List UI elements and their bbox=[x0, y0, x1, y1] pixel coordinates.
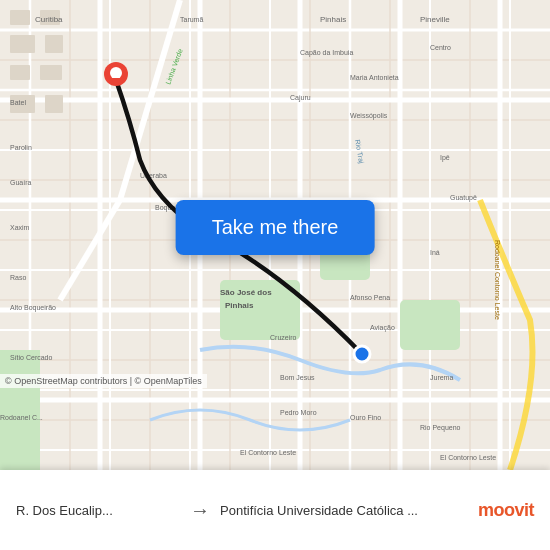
svg-text:Ipê: Ipê bbox=[440, 154, 450, 162]
svg-text:Pineville: Pineville bbox=[420, 15, 450, 24]
svg-text:Guaíra: Guaíra bbox=[10, 179, 32, 186]
location-info: R. Dos Eucalip... → Pontifícia Universid… bbox=[16, 499, 466, 522]
moovit-logo: moovit bbox=[478, 500, 534, 521]
svg-text:Ouro Fino: Ouro Fino bbox=[350, 414, 381, 421]
svg-text:Centro: Centro bbox=[430, 44, 451, 51]
svg-text:Bom Jesus: Bom Jesus bbox=[280, 374, 315, 381]
svg-text:El Contorno Leste: El Contorno Leste bbox=[440, 454, 496, 461]
bottom-bar: R. Dos Eucalip... → Pontifícia Universid… bbox=[0, 470, 550, 550]
svg-text:Rio Pequeno: Rio Pequeno bbox=[420, 424, 461, 432]
svg-text:Rodoanel Contorno Leste: Rodoanel Contorno Leste bbox=[494, 240, 501, 320]
svg-text:Cruzeiro: Cruzeiro bbox=[270, 334, 297, 341]
svg-rect-51 bbox=[45, 95, 63, 113]
svg-text:Pedro Moro: Pedro Moro bbox=[280, 409, 317, 416]
svg-rect-44 bbox=[10, 10, 30, 25]
svg-text:Weissópolis: Weissópolis bbox=[350, 112, 388, 120]
svg-text:São José dos: São José dos bbox=[220, 288, 272, 297]
svg-text:Iná: Iná bbox=[430, 249, 440, 256]
svg-text:Parolin: Parolin bbox=[10, 144, 32, 151]
svg-rect-46 bbox=[10, 35, 35, 53]
svg-rect-42 bbox=[400, 300, 460, 350]
svg-text:Rodoanel C...: Rodoanel C... bbox=[0, 414, 43, 421]
svg-text:Pinhais: Pinhais bbox=[225, 301, 254, 310]
svg-text:Aviação: Aviação bbox=[370, 324, 395, 332]
svg-text:El Contorno Leste: El Contorno Leste bbox=[240, 449, 296, 456]
to-location: Pontifícia Universidade Católica ... bbox=[220, 503, 466, 518]
svg-text:Alto Boqueirão: Alto Boqueirão bbox=[10, 304, 56, 312]
take-me-there-button[interactable]: Take me there bbox=[176, 200, 375, 255]
svg-text:Maria Antonieta: Maria Antonieta bbox=[350, 74, 399, 81]
svg-text:Xaxim: Xaxim bbox=[10, 224, 30, 231]
svg-text:Tarumã: Tarumã bbox=[180, 16, 203, 23]
map-attribution: © OpenStreetMap contributors | © OpenMap… bbox=[0, 374, 207, 388]
svg-rect-43 bbox=[0, 350, 40, 470]
svg-text:Guatupê: Guatupê bbox=[450, 194, 477, 202]
svg-text:Afonso Pena: Afonso Pena bbox=[350, 294, 390, 301]
moovit-brand-text: moovit bbox=[478, 500, 534, 521]
svg-point-90 bbox=[110, 67, 122, 79]
arrow-icon: → bbox=[190, 499, 210, 522]
svg-text:Jurema: Jurema bbox=[430, 374, 453, 381]
svg-text:Raso: Raso bbox=[10, 274, 26, 281]
svg-rect-47 bbox=[45, 35, 63, 53]
map-container: Curitiba Pinhais Pineville Centro Capão … bbox=[0, 0, 550, 470]
from-location: R. Dos Eucalip... bbox=[16, 503, 180, 518]
svg-text:Sítio Cercado: Sítio Cercado bbox=[10, 354, 53, 361]
svg-text:Capão da Imbuia: Capão da Imbuia bbox=[300, 49, 353, 57]
svg-text:Batel: Batel bbox=[10, 99, 26, 106]
svg-point-92 bbox=[354, 346, 370, 362]
svg-rect-49 bbox=[40, 65, 62, 80]
svg-rect-48 bbox=[10, 65, 30, 80]
svg-text:Pinhais: Pinhais bbox=[320, 15, 346, 24]
svg-text:Cajuru: Cajuru bbox=[290, 94, 311, 102]
svg-text:Curitiba: Curitiba bbox=[35, 15, 63, 24]
